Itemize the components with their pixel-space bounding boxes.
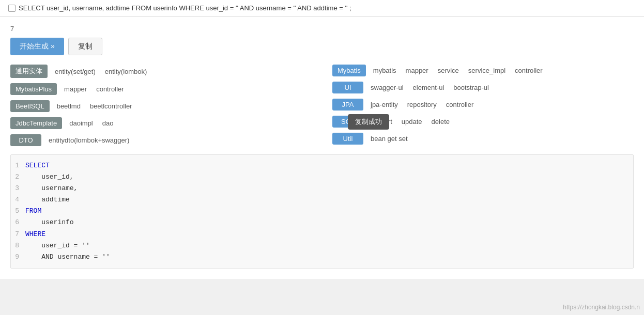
tag-controller[interactable]: controller (513, 66, 544, 75)
tag-row-tongyong: 通用实体 entity(set/get) entity(lombok) (10, 65, 312, 78)
tag-bean-get-set[interactable]: bean get set (369, 134, 410, 144)
line-number: 1 (11, 160, 25, 171)
tag-mapper[interactable]: mapper (404, 66, 431, 75)
tag-repository[interactable]: repository (405, 100, 439, 109)
tag-row-util: Util bean get set (332, 133, 634, 145)
tag-swagger-ui[interactable]: swagger-ui (369, 83, 406, 92)
tag-row-ui: UI swagger-ui element-ui bootstrap-ui (332, 82, 634, 93)
tag-dao[interactable]: dao (100, 118, 116, 128)
checkbox-icon (8, 5, 16, 12)
label-jpa: JPA (332, 99, 363, 111)
tag-row-mybatisplus: MybatisPlus mapper controller (10, 83, 312, 95)
line-number: 2 (11, 171, 25, 183)
generate-button[interactable]: 开始生成 » (10, 38, 64, 55)
tag-beetlmd[interactable]: beetlmd (55, 101, 83, 111)
label-mybatisplus: MybatisPlus (10, 83, 57, 95)
code-line: 5FROM (11, 206, 633, 217)
code-line: 4 addtime (11, 194, 633, 206)
tags-section: 通用实体 entity(set/get) entity(lombok) Myba… (10, 65, 634, 146)
tag-row-jpa: JPA jpa-entity repository controller (332, 99, 634, 111)
line-content: username, (25, 183, 78, 194)
line-number: 4 (11, 194, 25, 206)
code-line: 7WHERE (11, 229, 633, 240)
tag-jpa-entity[interactable]: jpa-entity (369, 100, 400, 109)
line-content: user_id = '' (25, 240, 90, 251)
line-content: FROM (25, 206, 41, 217)
code-line: 2 user_id, (11, 171, 633, 183)
label-sql: SQL (332, 116, 363, 128)
code-section: 1SELECT2 user_id,3 username,4 addtime5FR… (10, 154, 634, 269)
tag-daoimpl[interactable]: daoimpl (67, 118, 95, 128)
line-number: 7 (11, 229, 25, 240)
tag-bootstrap-ui[interactable]: bootstrap-ui (451, 83, 491, 92)
code-line: 1SELECT (11, 160, 633, 171)
line-content: AND username = '' (25, 251, 110, 263)
line-content: user_id, (25, 171, 74, 183)
line-number: 8 (11, 240, 25, 251)
tag-service-impl[interactable]: service_impl (466, 66, 508, 75)
tag-delete[interactable]: delete (430, 117, 452, 127)
line-number: 9 (11, 251, 25, 263)
top-bar: SELECT user_id, username, addtime FROM u… (0, 0, 644, 17)
tag-controller-jpa[interactable]: controller (444, 100, 476, 109)
tag-entity-lombok[interactable]: entity(lombok) (103, 67, 149, 76)
tag-service[interactable]: service (436, 66, 461, 75)
tag-row-mybatis: Mybatis mybatis mapper service service_i… (332, 65, 634, 76)
tag-insert[interactable]: insert (374, 117, 394, 127)
sql-display: SELECT user_id, username, addtime FROM u… (19, 4, 351, 12)
main-content: 7 开始生成 » 复制 通用实体 entity(set/get) entity(… (0, 17, 644, 279)
action-bar: 开始生成 » 复制 (10, 38, 634, 55)
line-content: SELECT (25, 160, 50, 171)
tag-row-beetlsql: BeetlSQL beetlmd beetlcontroller (10, 100, 312, 112)
tag-mapper-mp[interactable]: mapper (62, 84, 89, 94)
code-line: 9 AND username = '' (11, 251, 633, 263)
tag-beetlcontroller[interactable]: beetlcontroller (88, 101, 134, 111)
label-ui: UI (332, 82, 363, 93)
tag-entitydto[interactable]: entitydto(lombok+swagger) (47, 135, 131, 145)
label-jdbc: JdbcTemplate (10, 117, 62, 129)
line-number: 6 (11, 217, 25, 228)
label-mybatis: Mybatis (332, 65, 366, 76)
label-dto: DTO (10, 134, 41, 146)
line-content: WHERE (25, 229, 45, 240)
code-line: 8 user_id = '' (11, 240, 633, 251)
line-content: userinfo (25, 217, 74, 228)
tag-controller-mp[interactable]: controller (94, 84, 126, 94)
tag-entity-setget[interactable]: entity(set/get) (53, 67, 98, 76)
line-content: addtime (25, 194, 70, 206)
tag-row-dto: DTO entitydto(lombok+swagger) (10, 134, 312, 146)
tag-row-jdbc: JdbcTemplate daoimpl dao (10, 117, 312, 129)
left-tags-col: 通用实体 entity(set/get) entity(lombok) Myba… (10, 65, 312, 146)
label-util: Util (332, 133, 363, 145)
tag-mybatis[interactable]: mybatis (371, 66, 398, 75)
tag-row-sql: SQL 复制成功 insert update delete (332, 116, 634, 128)
code-line: 6 userinfo (11, 217, 633, 228)
label-tongyong: 通用实体 (10, 65, 48, 78)
tag-element-ui[interactable]: element-ui (411, 83, 447, 92)
copy-button[interactable]: 复制 (68, 38, 102, 55)
right-tags-col: Mybatis mybatis mapper service service_i… (332, 65, 634, 146)
code-line: 3 username, (11, 183, 633, 194)
label-beetlsql: BeetlSQL (10, 100, 50, 112)
tag-update[interactable]: update (400, 117, 424, 127)
line-number: 3 (11, 183, 25, 194)
page-number: 7 (10, 25, 634, 33)
line-number: 5 (11, 206, 25, 217)
